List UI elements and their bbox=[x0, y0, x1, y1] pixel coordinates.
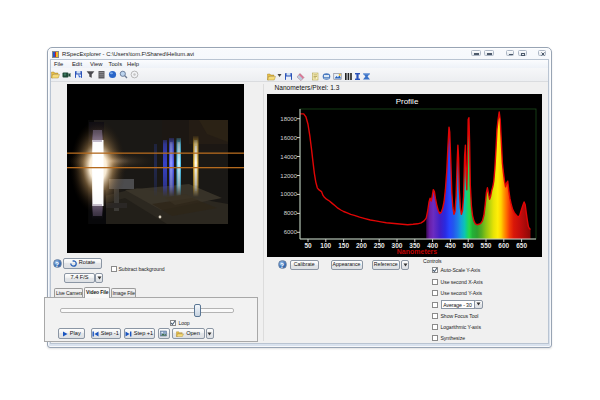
svg-text:450: 450 bbox=[445, 242, 456, 249]
svg-text:18000: 18000 bbox=[280, 116, 297, 122]
svg-text:650: 650 bbox=[516, 242, 527, 249]
svg-text:100: 100 bbox=[320, 242, 331, 249]
svg-text:8000: 8000 bbox=[284, 210, 298, 216]
svg-text:150: 150 bbox=[338, 242, 349, 249]
svg-text:Profile: Profile bbox=[396, 97, 419, 106]
svg-text:550: 550 bbox=[481, 242, 492, 249]
svg-text:200: 200 bbox=[356, 242, 367, 249]
svg-text:500: 500 bbox=[463, 242, 474, 249]
svg-text:10000: 10000 bbox=[280, 191, 297, 197]
svg-text:Nanometers: Nanometers bbox=[397, 248, 438, 255]
svg-text:250: 250 bbox=[374, 242, 385, 249]
svg-text:16000: 16000 bbox=[280, 135, 297, 141]
svg-text:50: 50 bbox=[304, 242, 312, 249]
svg-text:14000: 14000 bbox=[280, 154, 297, 160]
svg-text:600: 600 bbox=[498, 242, 509, 249]
svg-text:12000: 12000 bbox=[280, 173, 297, 179]
svg-text:6000: 6000 bbox=[284, 229, 298, 235]
